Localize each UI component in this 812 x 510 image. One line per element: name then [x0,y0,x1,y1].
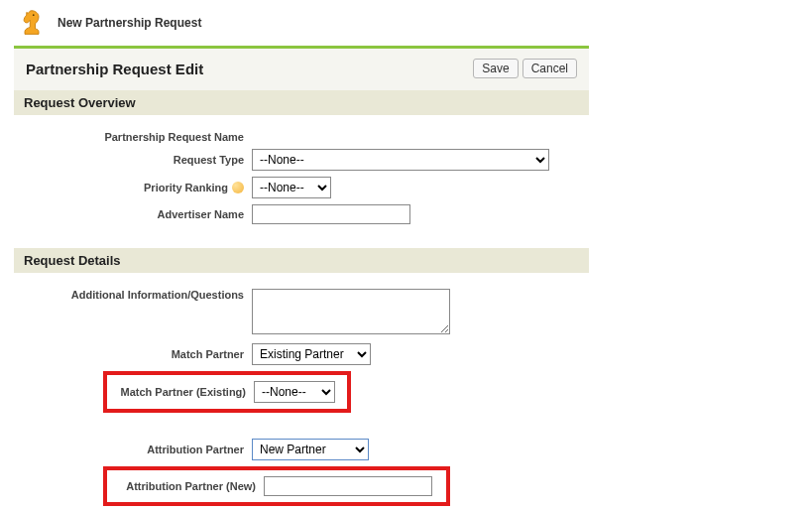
label-advertiser: Advertiser Name [24,208,252,220]
section-details-body: Additional Information/Questions Match P… [14,273,589,510]
match-existing-select[interactable]: --None-- [254,381,335,403]
label-match-existing: Match Partner (Existing) [115,386,254,398]
svg-point-0 [33,14,35,16]
save-button[interactable]: Save [473,59,518,78]
form-title: Partnership Request Edit [26,61,203,77]
section-overview-body: Partnership Request Name Request Type --… [14,115,589,248]
section-details-header: Request Details [14,248,589,273]
button-group: Save Cancel [473,59,577,78]
form-container: Partnership Request Edit Save Cancel Req… [14,46,589,510]
label-attribution-new: Attribution Partner (New) [115,480,264,492]
additional-textarea[interactable] [252,289,450,334]
label-priority-text: Priority Ranking [144,182,228,193]
label-request-type: Request Type [24,154,252,166]
attribution-new-input[interactable] [264,476,432,496]
advertiser-input[interactable] [252,204,410,224]
highlight-attribution-new: Attribution Partner (New) [103,466,450,506]
section-overview-header: Request Overview [14,90,589,115]
label-attribution-partner: Attribution Partner [24,444,252,455]
label-additional: Additional Information/Questions [24,289,252,301]
attribution-partner-select[interactable]: New Partner [252,439,369,460]
label-request-name: Partnership Request Name [24,131,252,143]
label-priority: Priority Ranking [24,182,252,193]
page-title: New Partnership Request [58,16,201,30]
match-partner-select[interactable]: Existing Partner [252,343,371,365]
cancel-button[interactable]: Cancel [522,59,577,78]
knight-icon [18,8,46,38]
form-header: Partnership Request Edit Save Cancel [14,49,589,90]
label-match-partner: Match Partner [24,348,252,360]
help-icon[interactable] [232,182,244,193]
highlight-match-existing: Match Partner (Existing) --None-- [103,371,351,413]
page-header: New Partnership Request [0,0,812,46]
priority-select[interactable]: --None-- [252,177,331,198]
request-type-select[interactable]: --None-- [252,149,549,171]
